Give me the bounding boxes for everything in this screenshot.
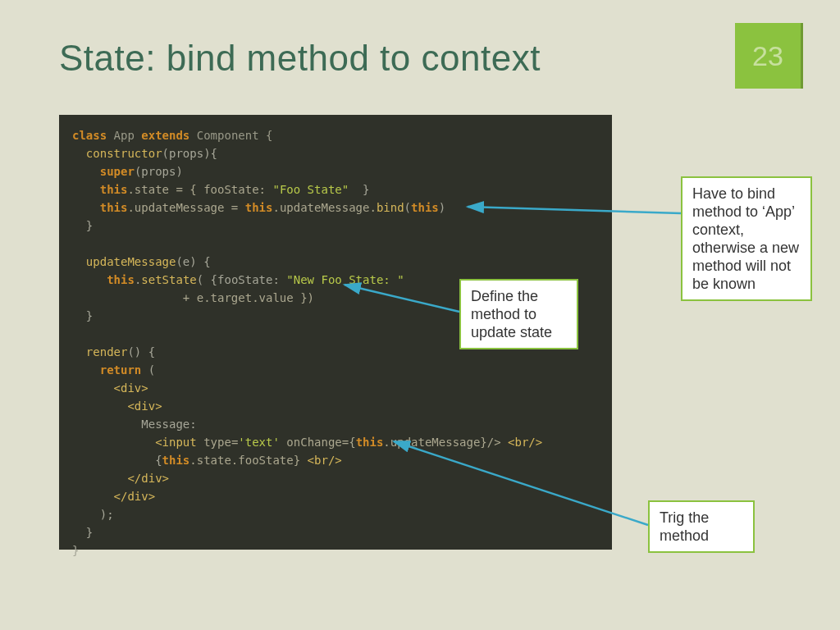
callout-trig-method: Trig the method (648, 500, 755, 553)
callout-define-method: Define the method to update state (459, 279, 578, 349)
callout-bind-context: Have to bind method to ‘App’ context, ot… (681, 176, 812, 301)
page-number: 23 (752, 40, 783, 72)
slide-title: State: bind method to context (59, 38, 541, 79)
page-number-tab: 23 (735, 23, 801, 89)
